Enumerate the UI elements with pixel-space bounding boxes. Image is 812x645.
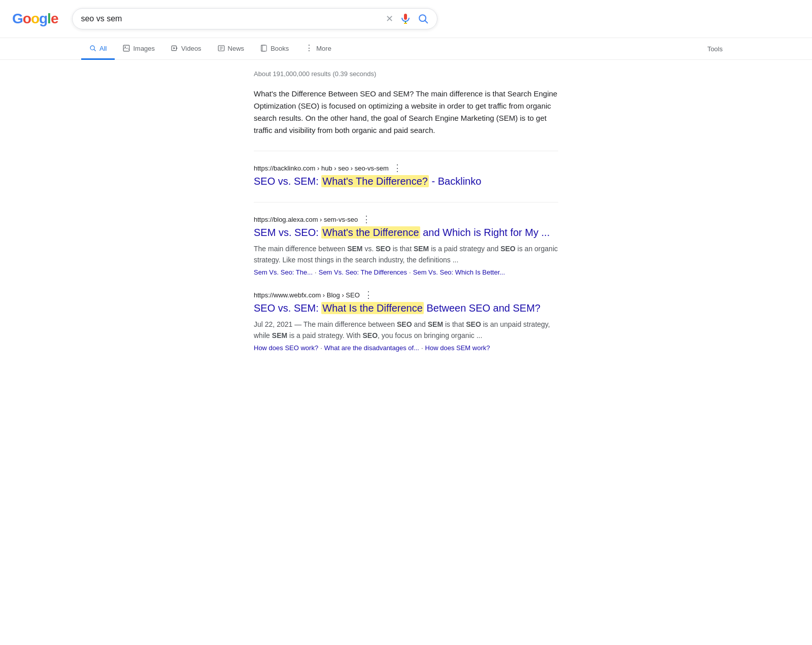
result-title-before: SEO vs. SEM: bbox=[254, 302, 321, 314]
sitelink[interactable]: What are the disadvantages of... bbox=[324, 344, 419, 352]
divider-2 bbox=[254, 202, 558, 202]
result-snippet: The main difference between SEM vs. SEO … bbox=[254, 243, 558, 265]
search-button[interactable] bbox=[418, 13, 429, 24]
result-title-highlight: What Is the Difference bbox=[321, 302, 424, 314]
tab-images[interactable]: Images bbox=[115, 39, 163, 60]
logo-g: G bbox=[12, 11, 23, 27]
search-bar: seo vs sem ✕ bbox=[72, 8, 437, 29]
clear-icon: ✕ bbox=[386, 13, 393, 24]
sitelinks: Sem Vs. Seo: The... · Sem Vs. Seo: The D… bbox=[254, 268, 558, 276]
tab-videos-label: Videos bbox=[181, 45, 201, 52]
tab-news-label: News bbox=[228, 45, 245, 52]
sitelink-separator: · bbox=[315, 268, 317, 276]
result-title-before: SEO vs. SEM: bbox=[254, 176, 321, 187]
search-input[interactable]: seo vs sem bbox=[81, 14, 380, 23]
result-more-button[interactable]: ⋮ bbox=[393, 163, 402, 173]
tools-tab[interactable]: Tools bbox=[699, 39, 731, 59]
snippet-bold: SEM bbox=[414, 245, 429, 253]
tab-more[interactable]: ⋮ More bbox=[297, 38, 340, 60]
nav-tabs: All Images Videos News Books bbox=[0, 38, 812, 60]
sitelink-separator: · bbox=[421, 344, 423, 352]
divider-1 bbox=[254, 151, 558, 151]
snippet-bold: SEO bbox=[466, 320, 481, 328]
svg-rect-0 bbox=[404, 14, 407, 20]
news-icon bbox=[218, 45, 225, 52]
tab-all[interactable]: All bbox=[81, 39, 115, 60]
result-title-after: and Which is Right for My ... bbox=[420, 227, 550, 238]
result-title-after: Between SEO and SEM? bbox=[424, 302, 540, 314]
logo-l: l bbox=[47, 11, 51, 27]
logo-o1: o bbox=[23, 11, 31, 27]
result-title[interactable]: SEO vs. SEM: What Is the Difference Betw… bbox=[254, 301, 558, 315]
svg-marker-10 bbox=[177, 47, 178, 50]
result-more-button[interactable]: ⋮ bbox=[362, 215, 371, 224]
tab-news[interactable]: News bbox=[210, 39, 253, 60]
result-url-row: https://blog.alexa.com › sem-vs-seo ⋮ bbox=[254, 215, 558, 224]
google-logo: Google bbox=[12, 11, 58, 27]
tools-label: Tools bbox=[707, 45, 723, 53]
result-title-after: - Backlinko bbox=[429, 176, 481, 187]
sitelink[interactable]: Sem Vs. Seo: Which Is Better... bbox=[413, 268, 505, 276]
result-url-row: https://backlinko.com › hub › seo › seo-… bbox=[254, 163, 558, 173]
search-bar-icons: ✕ bbox=[386, 13, 429, 25]
result-date: Jul 22, 2021 — bbox=[254, 320, 303, 328]
logo-g2: g bbox=[39, 11, 47, 27]
snippet-bold: SEO bbox=[376, 245, 391, 253]
sitelink[interactable]: How does SEO work? bbox=[254, 344, 318, 352]
result-url: https://backlinko.com › hub › seo › seo-… bbox=[254, 164, 389, 172]
result-title-highlight: What's the Difference bbox=[321, 226, 420, 239]
svg-line-4 bbox=[425, 20, 428, 23]
result-snippet: Jul 22, 2021 — The main difference betwe… bbox=[254, 319, 558, 341]
videos-icon bbox=[171, 45, 178, 52]
tab-videos[interactable]: Videos bbox=[163, 39, 210, 60]
snippet-bold: SEO bbox=[363, 331, 378, 340]
snippet-bold: SEM bbox=[272, 331, 287, 340]
snippet-bold: SEM bbox=[428, 320, 443, 328]
microphone-icon bbox=[399, 13, 412, 25]
sitelink-separator: · bbox=[320, 344, 322, 352]
sitelinks: How does SEO work? · What are the disadv… bbox=[254, 344, 558, 352]
result-more-button[interactable]: ⋮ bbox=[364, 290, 373, 299]
result-title-before: SEM vs. SEO: bbox=[254, 227, 321, 238]
results-count: About 191,000,000 results (0.39 seconds) bbox=[254, 70, 558, 78]
svg-marker-11 bbox=[174, 47, 176, 50]
result-item: https://www.webfx.com › Blog › SEO ⋮ SEO… bbox=[254, 290, 558, 352]
snippet-bold: SEO bbox=[500, 245, 516, 253]
sitelink-separator: · bbox=[409, 268, 411, 276]
result-title[interactable]: SEO vs. SEM: What's The Difference? - Ba… bbox=[254, 175, 558, 188]
images-icon bbox=[123, 45, 130, 52]
svg-rect-17 bbox=[262, 45, 266, 51]
result-item: https://blog.alexa.com › sem-vs-seo ⋮ SE… bbox=[254, 215, 558, 276]
voice-search-button[interactable] bbox=[399, 13, 412, 25]
snippet-bold: SEM bbox=[347, 245, 362, 253]
tab-books-label: Books bbox=[270, 45, 289, 52]
result-title[interactable]: SEM vs. SEO: What's the Difference and W… bbox=[254, 226, 558, 239]
search-icon bbox=[418, 13, 429, 24]
more-dots-icon: ⋮ bbox=[305, 44, 313, 52]
clear-button[interactable]: ✕ bbox=[386, 13, 393, 24]
result-url: https://blog.alexa.com › sem-vs-seo bbox=[254, 216, 358, 223]
tab-images-label: Images bbox=[133, 45, 155, 52]
result-url-row: https://www.webfx.com › Blog › SEO ⋮ bbox=[254, 290, 558, 299]
logo-o2: o bbox=[31, 11, 39, 27]
all-search-icon bbox=[89, 45, 96, 52]
tab-books[interactable]: Books bbox=[252, 39, 297, 60]
result-item: https://backlinko.com › hub › seo › seo-… bbox=[254, 163, 558, 188]
sitelink[interactable]: Sem Vs. Seo: The Differences bbox=[319, 268, 407, 276]
featured-snippet: What's the Difference Between SEO and SE… bbox=[254, 88, 558, 137]
header: Google seo vs sem ✕ bbox=[0, 0, 812, 38]
books-icon bbox=[260, 45, 267, 52]
result-title-highlight: What's The Difference? bbox=[321, 175, 429, 187]
result-url: https://www.webfx.com › Blog › SEO bbox=[254, 291, 360, 299]
tab-all-label: All bbox=[99, 45, 107, 52]
tab-more-label: More bbox=[316, 45, 331, 52]
main-content: About 191,000,000 results (0.39 seconds)… bbox=[173, 60, 639, 376]
svg-line-6 bbox=[94, 49, 95, 51]
logo-e: e bbox=[51, 11, 58, 27]
sitelink[interactable]: Sem Vs. Seo: The... bbox=[254, 268, 313, 276]
snippet-bold: SEO bbox=[397, 320, 412, 328]
sitelink[interactable]: How does SEM work? bbox=[425, 344, 490, 352]
